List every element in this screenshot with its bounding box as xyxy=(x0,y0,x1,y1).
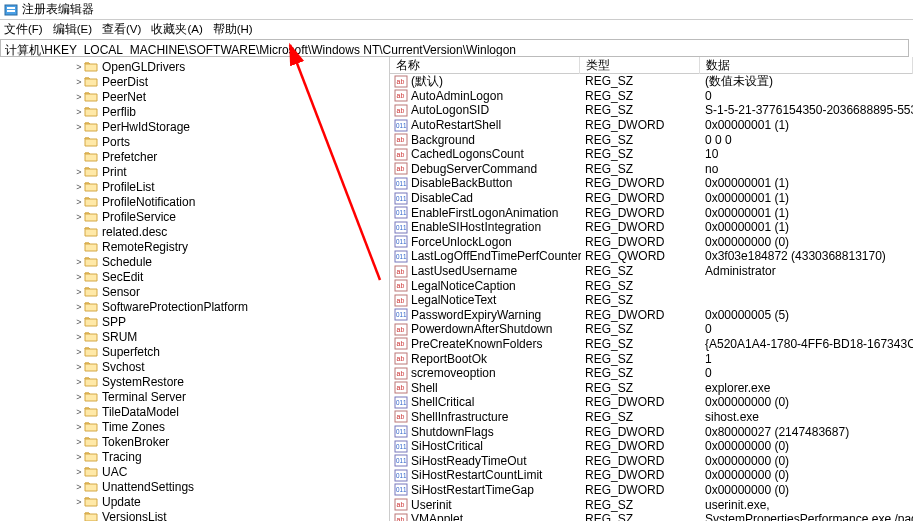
value-row[interactable]: abShellInfrastructureREG_SZsihost.exe xyxy=(390,410,913,425)
tree-item[interactable]: >UAC xyxy=(0,464,389,479)
tree-item-label: Print xyxy=(102,165,127,179)
tree-item[interactable]: >TileDataModel xyxy=(0,404,389,419)
value-row[interactable]: 011SiHostRestartCountLimitREG_DWORD0x000… xyxy=(390,468,913,483)
tree-expander-icon[interactable]: > xyxy=(74,347,84,357)
value-row[interactable]: 011SiHostReadyTimeOutREG_DWORD0x00000000… xyxy=(390,453,913,468)
tree-item[interactable]: >SRUM xyxy=(0,329,389,344)
tree-expander-icon[interactable]: > xyxy=(74,497,84,507)
menu-file[interactable]: 文件(F) xyxy=(4,22,43,36)
tree-expander-icon[interactable]: > xyxy=(74,182,84,192)
menu-help[interactable]: 帮助(H) xyxy=(213,22,253,36)
address-bar[interactable]: 计算机\HKEY_LOCAL_MACHINE\SOFTWARE\Microsof… xyxy=(0,39,909,57)
tree-item[interactable]: >Print xyxy=(0,164,389,179)
tree-item[interactable]: >Perflib xyxy=(0,104,389,119)
tree-item[interactable]: Ports xyxy=(0,134,389,149)
tree-expander-icon[interactable]: > xyxy=(74,332,84,342)
value-row[interactable]: abCachedLogonsCountREG_SZ10 xyxy=(390,147,913,162)
value-row[interactable]: abBackgroundREG_SZ0 0 0 xyxy=(390,132,913,147)
tree-item[interactable]: >ProfileNotification xyxy=(0,194,389,209)
tree-item[interactable]: >ProfileService xyxy=(0,209,389,224)
tree-item[interactable]: >SoftwareProtectionPlatform xyxy=(0,299,389,314)
value-row[interactable]: 011EnableFirstLogonAnimationREG_DWORD0x0… xyxy=(390,205,913,220)
tree-expander-icon[interactable]: > xyxy=(74,167,84,177)
tree-item[interactable]: >Terminal Server xyxy=(0,389,389,404)
value-row[interactable]: 011SiHostCriticalREG_DWORD0x00000000 (0) xyxy=(390,439,913,454)
menu-view[interactable]: 查看(V) xyxy=(102,22,141,36)
menu-favorites[interactable]: 收藏夹(A) xyxy=(151,22,202,36)
tree-expander-icon[interactable]: > xyxy=(74,482,84,492)
tree-pane[interactable]: >OpenGLDrivers>PeerDist>PeerNet>Perflib>… xyxy=(0,57,390,521)
column-type[interactable]: 类型 xyxy=(580,57,700,74)
value-row[interactable]: 011ForceUnlockLogonREG_DWORD0x00000000 (… xyxy=(390,235,913,250)
tree-item[interactable]: RemoteRegistry xyxy=(0,239,389,254)
tree-item[interactable]: >Tracing xyxy=(0,449,389,464)
tree-expander-icon[interactable]: > xyxy=(74,362,84,372)
value-row[interactable]: abPowerdownAfterShutdownREG_SZ0 xyxy=(390,322,913,337)
value-row[interactable]: abPreCreateKnownFoldersREG_SZ{A520A1A4-1… xyxy=(390,337,913,352)
tree-expander-icon[interactable]: > xyxy=(74,452,84,462)
value-row[interactable]: 011LastLogOffEndTimePerfCounterREG_QWORD… xyxy=(390,249,913,264)
tree-item[interactable]: >SecEdit xyxy=(0,269,389,284)
tree-item[interactable]: >PerHwIdStorage xyxy=(0,119,389,134)
tree-expander-icon[interactable]: > xyxy=(74,92,84,102)
value-row[interactable]: abAutoLogonSIDREG_SZS-1-5-21-3776154350-… xyxy=(390,103,913,118)
tree-item[interactable]: >Time Zones xyxy=(0,419,389,434)
value-row[interactable]: ab(默认)REG_SZ(数值未设置) xyxy=(390,74,913,89)
column-data[interactable]: 数据 xyxy=(700,57,913,74)
tree-expander-icon[interactable]: > xyxy=(74,422,84,432)
value-row[interactable]: abscremoveoptionREG_SZ0 xyxy=(390,366,913,381)
tree-item[interactable]: >Update xyxy=(0,494,389,509)
tree-item[interactable]: >ProfileList xyxy=(0,179,389,194)
tree-expander-icon[interactable]: > xyxy=(74,107,84,117)
tree-expander-icon[interactable]: > xyxy=(74,407,84,417)
tree-expander-icon[interactable]: > xyxy=(74,317,84,327)
tree-item[interactable]: Prefetcher xyxy=(0,149,389,164)
tree-expander-icon[interactable]: > xyxy=(74,377,84,387)
tree-expander-icon[interactable]: > xyxy=(74,77,84,87)
value-row[interactable]: abLastUsedUsernameREG_SZAdministrator xyxy=(390,264,913,279)
column-name[interactable]: 名称 xyxy=(390,57,580,74)
tree-item[interactable]: >OpenGLDrivers xyxy=(0,59,389,74)
value-row[interactable]: 011PasswordExpiryWarningREG_DWORD0x00000… xyxy=(390,308,913,323)
value-row[interactable]: abLegalNoticeTextREG_SZ xyxy=(390,293,913,308)
tree-item[interactable]: >Sensor xyxy=(0,284,389,299)
tree-expander-icon[interactable]: > xyxy=(74,62,84,72)
value-row[interactable]: 011EnableSIHostIntegrationREG_DWORD0x000… xyxy=(390,220,913,235)
tree-item[interactable]: >TokenBroker xyxy=(0,434,389,449)
tree-expander-icon[interactable]: > xyxy=(74,287,84,297)
tree-item[interactable]: >PeerDist xyxy=(0,74,389,89)
value-row[interactable]: 011DisableCadREG_DWORD0x00000001 (1) xyxy=(390,191,913,206)
values-pane[interactable]: 名称 类型 数据 ab(默认)REG_SZ(数值未设置)abAutoAdminL… xyxy=(390,57,913,521)
value-row[interactable]: abAutoAdminLogonREG_SZ0 xyxy=(390,89,913,104)
tree-item[interactable]: >Superfetch xyxy=(0,344,389,359)
value-row[interactable]: abShellREG_SZexplorer.exe xyxy=(390,380,913,395)
tree-item[interactable]: >Schedule xyxy=(0,254,389,269)
value-row[interactable]: abReportBootOkREG_SZ1 xyxy=(390,351,913,366)
tree-expander-icon[interactable]: > xyxy=(74,212,84,222)
value-row[interactable]: abVMAppletREG_SZSystemPropertiesPerforma… xyxy=(390,512,913,521)
value-row[interactable]: abUserinitREG_SZuserinit.exe, xyxy=(390,497,913,512)
tree-expander-icon[interactable]: > xyxy=(74,437,84,447)
tree-item[interactable]: >UnattendSettings xyxy=(0,479,389,494)
value-row[interactable]: 011DisableBackButtonREG_DWORD0x00000001 … xyxy=(390,176,913,191)
tree-expander-icon[interactable]: > xyxy=(74,197,84,207)
value-row[interactable]: abDebugServerCommandREG_SZno xyxy=(390,162,913,177)
value-row[interactable]: 011ShellCriticalREG_DWORD0x00000000 (0) xyxy=(390,395,913,410)
tree-expander-icon[interactable]: > xyxy=(74,392,84,402)
tree-expander-icon[interactable]: > xyxy=(74,272,84,282)
tree-item[interactable]: related.desc xyxy=(0,224,389,239)
tree-item[interactable]: >SPP xyxy=(0,314,389,329)
tree-expander-icon[interactable]: > xyxy=(74,467,84,477)
value-row[interactable]: 011SiHostRestartTimeGapREG_DWORD0x000000… xyxy=(390,483,913,498)
tree-item[interactable]: >PeerNet xyxy=(0,89,389,104)
value-row[interactable]: 011ShutdownFlagsREG_DWORD0x80000027 (214… xyxy=(390,424,913,439)
tree-item[interactable]: >SystemRestore xyxy=(0,374,389,389)
tree-expander-icon[interactable]: > xyxy=(74,257,84,267)
tree-item[interactable]: >Svchost xyxy=(0,359,389,374)
value-row[interactable]: 011AutoRestartShellREG_DWORD0x00000001 (… xyxy=(390,118,913,133)
tree-item[interactable]: VersionsList xyxy=(0,509,389,521)
menu-edit[interactable]: 编辑(E) xyxy=(53,22,92,36)
tree-expander-icon[interactable]: > xyxy=(74,302,84,312)
value-row[interactable]: abLegalNoticeCaptionREG_SZ xyxy=(390,278,913,293)
tree-expander-icon[interactable]: > xyxy=(74,122,84,132)
